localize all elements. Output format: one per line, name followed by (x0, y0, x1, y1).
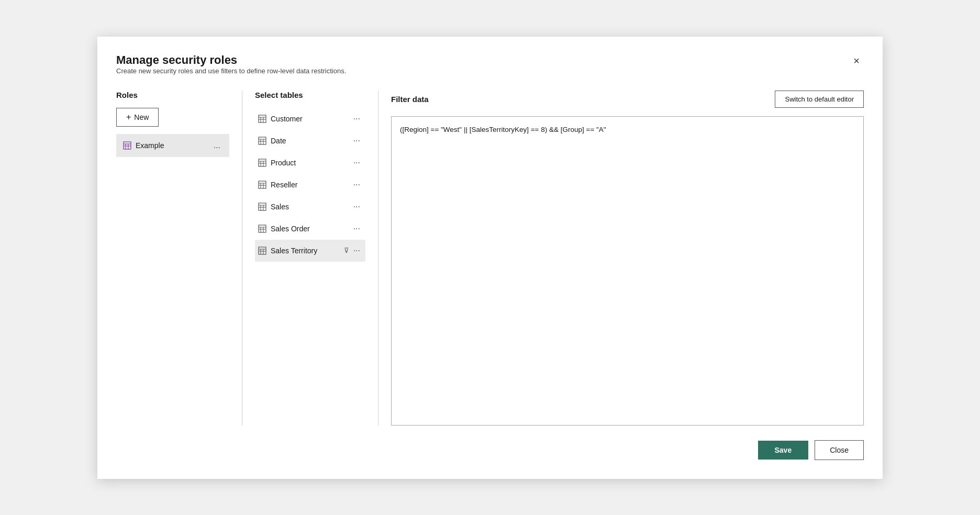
table-row-reseller[interactable]: Reseller ··· (255, 174, 365, 196)
close-button[interactable]: Close (815, 440, 864, 460)
table-label-customer: Customer (271, 115, 303, 123)
role-item-example[interactable]: Example ... (116, 134, 229, 157)
table-icon-sales (258, 203, 266, 211)
table-ellipsis-reseller[interactable]: ··· (351, 179, 362, 191)
table-row-customer[interactable]: Customer ··· (255, 108, 365, 130)
table-label-date: Date (271, 137, 286, 145)
dialog-body: Roles + New Example (116, 91, 864, 426)
tables-panel-label: Select tables (255, 91, 365, 99)
dialog-title-area: Manage security roles Create new securit… (116, 53, 346, 87)
roles-panel-label: Roles (116, 91, 229, 99)
table-ellipsis-sales[interactable]: ··· (351, 201, 362, 212)
table-ellipsis-sales-territory[interactable]: ··· (351, 245, 362, 256)
dialog-footer: Save Close (116, 440, 864, 460)
plus-icon: + (126, 113, 131, 122)
table-icon-sales-territory (258, 247, 266, 255)
svg-rect-10 (259, 137, 266, 144)
filter-panel-header: Filter data Switch to default editor (391, 91, 864, 108)
svg-rect-20 (259, 181, 266, 188)
table-ellipsis-date[interactable]: ··· (351, 135, 362, 147)
svg-rect-5 (259, 115, 266, 122)
table-icon-reseller (258, 181, 266, 189)
svg-rect-30 (259, 225, 266, 232)
table-label-reseller: Reseller (271, 181, 297, 189)
svg-rect-0 (124, 142, 131, 149)
table-row-product[interactable]: Product ··· (255, 152, 365, 174)
table-label-product: Product (271, 159, 296, 167)
tables-panel: Select tables Customer (242, 91, 378, 426)
table-icon-customer (258, 115, 266, 123)
switch-editor-button[interactable]: Switch to default editor (775, 91, 864, 108)
table-row-sales[interactable]: Sales ··· (255, 196, 365, 218)
table-row-sales-order[interactable]: Sales Order ··· (255, 218, 365, 240)
save-button[interactable]: Save (758, 441, 809, 460)
dialog-subtitle: Create new security roles and use filter… (116, 67, 346, 75)
svg-rect-35 (259, 247, 266, 254)
filter-panel-title: Filter data (391, 95, 429, 104)
table-ellipsis-sales-order[interactable]: ··· (351, 223, 362, 234)
role-table-icon (123, 141, 131, 150)
dialog-title: Manage security roles (116, 53, 346, 67)
svg-rect-15 (259, 159, 266, 166)
table-ellipsis-product[interactable]: ··· (351, 157, 362, 169)
table-row-sales-territory[interactable]: Sales Territory ⊽ ··· (255, 240, 365, 262)
filter-panel: Filter data Switch to default editor ([R… (378, 91, 864, 426)
filter-icon-sales-territory: ⊽ (344, 247, 349, 254)
new-role-button-label: New (134, 113, 149, 121)
table-row-date[interactable]: Date ··· (255, 130, 365, 152)
svg-rect-25 (259, 203, 266, 210)
close-dialog-button[interactable]: × (849, 53, 864, 68)
role-item-ellipsis-button[interactable]: ... (211, 140, 222, 151)
filter-data-textarea[interactable]: ([Region] == "West" || [SalesTerritoryKe… (391, 116, 864, 426)
dialog-header: Manage security roles Create new securit… (116, 53, 864, 87)
table-icon-sales-order (258, 225, 266, 233)
table-label-sales-order: Sales Order (271, 225, 310, 233)
table-label-sales: Sales (271, 203, 289, 211)
role-item-label: Example (136, 141, 164, 150)
table-ellipsis-customer[interactable]: ··· (351, 113, 362, 125)
new-role-button[interactable]: + New (116, 108, 159, 127)
table-icon-date (258, 137, 266, 145)
table-label-sales-territory: Sales Territory (271, 247, 317, 255)
manage-security-roles-dialog: Manage security roles Create new securit… (97, 37, 883, 479)
table-icon-product (258, 159, 266, 167)
roles-panel: Roles + New Example (116, 91, 242, 426)
